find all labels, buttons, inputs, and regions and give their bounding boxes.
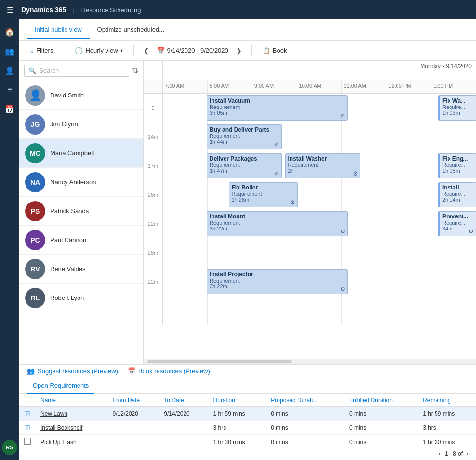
tab-open-requirements[interactable]: Open Requirements xyxy=(27,378,94,394)
row-proposed: 0 mins xyxy=(266,407,344,421)
resource-item-ps[interactable]: PSPatrick Sands xyxy=(19,197,143,226)
time-slots-row: 7:00 AM8:00 AM9:00 AM10:00 AM11:00 AM12:… xyxy=(144,80,476,94)
search-placeholder: Search xyxy=(39,67,59,74)
resource-row-rl xyxy=(144,296,476,325)
row-label-jg: 14m xyxy=(144,122,163,151)
col-to-date[interactable]: To Date xyxy=(159,394,208,407)
event-block-1-0[interactable]: Buy and Deliver PartsRequirement1h 44m⚙ xyxy=(207,124,282,149)
event-block-3-1[interactable]: Install...Require...2h 14m xyxy=(438,182,476,207)
resource-rows: 5Install VacuumRequirement3h 05m⚙Fix Wa.… xyxy=(144,94,476,359)
event-duration: 3h 22m xyxy=(210,226,345,231)
sidebar-list-icon[interactable]: ≡ xyxy=(1,81,18,98)
cell-na-3 xyxy=(297,180,342,209)
cell-pc-3 xyxy=(297,238,342,267)
sidebar-home-icon[interactable]: 🏠 xyxy=(1,23,18,41)
requirements-data-table: Name From Date To Date Duration Proposed… xyxy=(19,394,476,447)
time-slot-6: 1:00 PM xyxy=(431,80,476,93)
event-block-4-1[interactable]: Prevent...Require...34m⚙ xyxy=(438,211,476,236)
prev-date-button[interactable]: ❮ xyxy=(142,46,151,55)
date-range-button[interactable]: 📅 9/14/2020 - 9/20/2020 xyxy=(154,45,231,56)
cell-rv-0 xyxy=(163,267,208,296)
row-checkbox[interactable] xyxy=(19,435,36,447)
resource-item-ds[interactable]: 👤David Smith xyxy=(19,81,143,110)
event-duration: 1h 44m xyxy=(210,139,279,145)
col-proposed-duration[interactable]: Proposed Durati... xyxy=(266,394,344,407)
event-block-4-0[interactable]: Install MountRequirement3h 22m⚙ xyxy=(207,211,348,236)
hamburger-icon[interactable]: ☰ xyxy=(5,3,15,16)
search-input[interactable]: 🔍 Search xyxy=(24,65,129,77)
event-type: Requirement xyxy=(288,162,357,168)
event-block-6-0[interactable]: Install ProjectorRequirement3h 22m⚙ xyxy=(207,269,348,294)
calendar-icon: 📅 xyxy=(157,47,165,54)
horizontal-scrollbar[interactable] xyxy=(144,359,476,364)
sidebar-person-icon[interactable]: 👤 xyxy=(1,62,18,79)
tab-optimize-unscheduled[interactable]: Optimize unscheduled... xyxy=(90,21,172,39)
cell-pc-5 xyxy=(386,238,431,267)
next-date-button[interactable]: ❯ xyxy=(234,46,244,55)
col-name[interactable]: Name xyxy=(36,394,108,407)
cell-rv-4 xyxy=(342,267,386,296)
col-duration[interactable]: Duration xyxy=(209,394,266,407)
row-cells-ds: Install VacuumRequirement3h 05m⚙Fix Wa..… xyxy=(163,94,476,122)
row-name[interactable]: Pick Up Trash xyxy=(36,435,108,447)
user-initials: RS xyxy=(6,445,13,450)
hourly-view-label: Hourly view xyxy=(85,47,118,54)
row-name[interactable]: Install Bookshelf xyxy=(36,421,108,435)
day-header: Monday - 9/14/2020 xyxy=(144,61,476,80)
search-bar: 🔍 Search ⇅ xyxy=(19,61,143,81)
event-settings-icon: ⚙ xyxy=(274,170,279,177)
resource-name-rv: Rene Valdes xyxy=(50,265,85,272)
row-checkbox[interactable]: ☑ xyxy=(19,421,36,435)
cell-rl-5 xyxy=(386,296,431,325)
event-block-2-2[interactable]: Fix Eng...Require...1h 08m xyxy=(438,153,476,178)
avatar-rv: RV xyxy=(25,259,45,279)
event-type: Requirement xyxy=(232,191,295,197)
resource-row-pc: 28m xyxy=(144,238,476,267)
resource-item-rl[interactable]: RLRobert Lyon xyxy=(19,284,143,312)
col-remaining[interactable]: Remaining xyxy=(418,394,476,407)
pagination-prev[interactable]: ‹ xyxy=(439,450,441,457)
left-sidebar: 🏠 👥 👤 ≡ 📅 xyxy=(0,19,19,460)
event-block-0-1[interactable]: Fix Wa...Require...1h 03m xyxy=(438,95,476,121)
book-button[interactable]: 📋 Book xyxy=(260,45,290,56)
filters-button[interactable]: ⬦ Filters xyxy=(27,45,56,56)
resource-item-jg[interactable]: JGJim Glynn xyxy=(19,110,143,139)
row-label-ps: 22m xyxy=(144,209,163,238)
resource-item-na[interactable]: NANancy Anderson xyxy=(19,168,143,197)
resource-name-pc: Paul Cannon xyxy=(50,236,86,244)
suggest-resources-button[interactable]: 👥 Suggest resources (Preview) xyxy=(27,367,118,375)
event-block-3-0[interactable]: Fix BoilerRequirement1h 26m⚙ xyxy=(229,182,298,207)
row-checkbox[interactable]: ☑ xyxy=(19,407,36,421)
row-label-na: 26m xyxy=(144,180,163,209)
hourly-view-button[interactable]: 🕐 Hourly view ▾ xyxy=(72,45,125,56)
filters-label: Filters xyxy=(36,47,53,54)
event-title: Fix Wa... xyxy=(442,97,473,104)
resource-item-mc[interactable]: MCMaria Campbell xyxy=(19,139,143,168)
row-duration: 1 hr 30 mins xyxy=(209,435,266,447)
resource-item-pc[interactable]: PCPaul Cannon xyxy=(19,226,143,255)
book-resources-button[interactable]: 📅 Book resources (Preview) xyxy=(128,367,210,375)
sidebar-users-icon[interactable]: 👥 xyxy=(1,42,18,60)
avatar-mc: MC xyxy=(25,143,45,163)
row-fulfilled: 0 mins xyxy=(344,421,418,435)
cell-ps-5 xyxy=(386,209,431,238)
event-type: Requirement xyxy=(210,133,279,139)
time-slot-2: 9:00 AM xyxy=(252,80,297,93)
event-block-0-0[interactable]: Install VacuumRequirement3h 05m⚙ xyxy=(207,95,348,121)
sidebar-calendar-icon[interactable]: 📅 xyxy=(1,100,18,118)
app-title: Dynamics 365 xyxy=(21,6,66,14)
col-fulfilled-duration[interactable]: Fulfilled Duration xyxy=(344,394,418,407)
pagination: ‹ 1 - 8 of › xyxy=(19,447,476,460)
cell-pc-6 xyxy=(431,238,476,267)
resource-item-rv[interactable]: RVRene Valdes xyxy=(19,255,143,284)
cell-rl-2 xyxy=(252,296,297,325)
event-block-2-1[interactable]: Install WasherRequirement2h⚙ xyxy=(285,153,360,178)
resource-row-jg: 14mBuy and Deliver PartsRequirement1h 44… xyxy=(144,122,476,151)
user-avatar[interactable]: RS xyxy=(2,440,17,455)
row-name[interactable]: New Lawn xyxy=(36,407,108,421)
pagination-next[interactable]: › xyxy=(466,450,468,457)
tab-initial-public-view[interactable]: Initial public view xyxy=(27,21,90,39)
event-block-2-0[interactable]: Deliver PackagesRequirement1h 47m⚙ xyxy=(207,153,282,178)
col-from-date[interactable]: From Date xyxy=(108,394,159,407)
sort-icon[interactable]: ⇅ xyxy=(132,66,138,75)
